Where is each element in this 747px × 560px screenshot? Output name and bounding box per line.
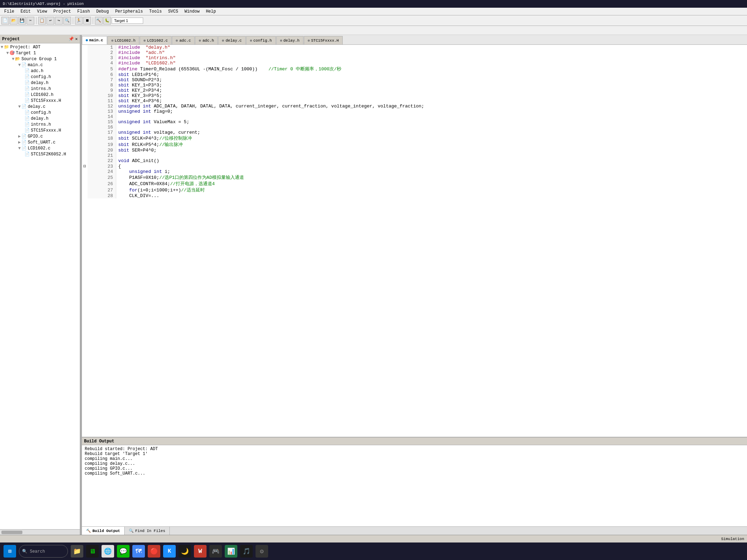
- toolbar-btn-4[interactable]: 📋: [38, 17, 46, 24]
- tree-lcd-stc-h[interactable]: 📄 STC15F2K60S2.H: [0, 151, 80, 157]
- line-content[interactable]: sbit KEY_2=P3^4;: [116, 88, 747, 93]
- line-content[interactable]: void ADC_init(): [116, 158, 747, 163]
- tree-delay-h[interactable]: 📄 delay.h: [0, 80, 80, 86]
- toolbar-btn-2[interactable]: 💾: [18, 17, 26, 24]
- toolbar-btn-5[interactable]: ↩: [47, 17, 54, 24]
- line-content[interactable]: for(i=0;i<1000;i++)//适当延时: [116, 187, 747, 193]
- build-tab-output[interactable]: 🔨 Build Output: [82, 527, 125, 535]
- taskbar-wps[interactable]: W: [194, 545, 207, 558]
- tab-delay-c[interactable]: delay.c: [218, 36, 245, 44]
- target-select[interactable]: [112, 18, 143, 24]
- tree-delay-delay-h[interactable]: 📄 delay.h: [0, 115, 80, 121]
- taskbar-start[interactable]: ⊞: [4, 545, 16, 558]
- line-content[interactable]: sbit KEY_3=P3^5;: [116, 93, 747, 98]
- line-content[interactable]: sbit LED1=P1^6;: [116, 72, 747, 77]
- toolbar-btn-6[interactable]: ↪: [55, 17, 63, 24]
- line-content[interactable]: sbit RCLK=P5^4;//输出脉冲: [116, 141, 747, 148]
- tree-lcd1602-h[interactable]: 📄 LCD1602.h: [0, 92, 80, 98]
- taskbar-red[interactable]: 🔴: [148, 545, 160, 558]
- tab-config-h[interactable]: config.h: [246, 36, 276, 44]
- line-content[interactable]: CLK_DIV=...: [116, 193, 747, 198]
- line-content[interactable]: unsigned int flag=0;: [116, 109, 747, 114]
- taskbar-file[interactable]: 📁: [71, 545, 83, 558]
- menu-item-peripherals[interactable]: Peripherals: [112, 8, 146, 15]
- toolbar-btn-0[interactable]: 📄: [1, 17, 9, 24]
- tab-stc-h[interactable]: STC15Fxxxx.H: [304, 36, 343, 44]
- line-content[interactable]: sbit SCLK=P4^3;//位移控制脉冲: [116, 135, 747, 141]
- line-content[interactable]: P1ASF=0X10;//选P1口的第四位作为AD模拟量输入通道: [116, 174, 747, 181]
- taskbar-game[interactable]: 🎮: [209, 545, 222, 558]
- menu-item-debug[interactable]: Debug: [93, 8, 112, 15]
- tab-adc-c[interactable]: adc.c: [172, 36, 195, 44]
- tab-main-c[interactable]: main.c: [82, 36, 107, 44]
- tree-delay-stc-h[interactable]: 📄 STC15Fxxxx.H: [0, 127, 80, 133]
- project-close-icon[interactable]: ✕: [75, 36, 78, 42]
- menu-item-svcs[interactable]: SVCS: [165, 8, 181, 15]
- tree-delay-config-h[interactable]: 📄 config.h: [0, 110, 80, 115]
- taskbar-music[interactable]: 🎵: [240, 545, 253, 558]
- taskbar-map[interactable]: 🗺: [132, 545, 145, 558]
- taskbar-search[interactable]: 🔍 Search: [19, 545, 68, 558]
- line-content[interactable]: ADC_CONTR=0X84;//打开电源，选通道4: [116, 181, 747, 187]
- project-pin-icon[interactable]: 📌: [69, 36, 74, 42]
- menu-item-window[interactable]: Window: [182, 8, 202, 15]
- line-content[interactable]: {: [116, 163, 747, 169]
- tree-delay-intrns-h[interactable]: 📄 intrns.h: [0, 121, 80, 127]
- tab-delay-h[interactable]: delay.h: [276, 36, 303, 44]
- toolbar-btn-3[interactable]: ✂: [27, 17, 34, 24]
- tree-root[interactable]: ▼ 📁 Project: ADT: [0, 44, 80, 50]
- menu-item-view[interactable]: View: [34, 8, 50, 15]
- taskbar-browser[interactable]: 🌐: [102, 545, 114, 558]
- menu-item-project[interactable]: Project: [50, 8, 74, 15]
- toolbar-btn-8[interactable]: 🏃: [75, 17, 83, 24]
- menu-item-file[interactable]: File: [1, 8, 17, 15]
- tree-intrns-h[interactable]: 📄 intrns.h: [0, 86, 80, 92]
- line-content[interactable]: unsigned int voltage, current;: [116, 130, 747, 135]
- toolbar-btn-7[interactable]: 🔍: [63, 17, 71, 24]
- tree-softuart-c[interactable]: ▶ 📄 Soft_UART.c: [0, 139, 80, 145]
- tree-lcd1602-c[interactable]: ▼ 📄 LCD1602.c: [0, 145, 80, 151]
- line-content[interactable]: #include "LCD1602.h": [116, 61, 747, 66]
- tab-lcd1602-c[interactable]: LCD1602.c: [140, 36, 172, 44]
- taskbar-excel[interactable]: 📊: [225, 545, 237, 558]
- toolbar-btn-11[interactable]: 🐛: [103, 17, 111, 24]
- tree-delay-c[interactable]: ▼ 📄 delay.c: [0, 104, 80, 110]
- taskbar-terminal[interactable]: 🖥: [86, 545, 99, 558]
- line-content[interactable]: sbit SER=P4^0;: [116, 148, 747, 153]
- tree-config-h[interactable]: 📄 config.h: [0, 74, 80, 80]
- line-content[interactable]: #include "intrins.h": [116, 55, 747, 61]
- build-output-content[interactable]: Rebuild started: Project: ADT Rebuild ta…: [82, 445, 747, 526]
- line-content[interactable]: [116, 114, 747, 119]
- build-tab-find[interactable]: 🔍 Find In Files: [125, 527, 170, 535]
- menu-item-tools[interactable]: Tools: [146, 8, 165, 15]
- taskbar-moon[interactable]: 🌙: [179, 545, 191, 558]
- project-scrollbar[interactable]: [0, 529, 80, 535]
- toolbar-btn-1[interactable]: 📂: [10, 17, 18, 24]
- toolbar-btn-10[interactable]: 🔨: [95, 17, 103, 24]
- tab-adc-h[interactable]: adc.h: [195, 36, 218, 44]
- tree-adc-h[interactable]: 📄 adc.h: [0, 68, 80, 74]
- line-content[interactable]: unsigned int ValueMax = 5;: [116, 119, 747, 125]
- line-content[interactable]: #include "delay.h": [116, 45, 747, 50]
- menu-item-help[interactable]: Help: [203, 8, 219, 15]
- tree-source-group[interactable]: ▼ 📂 Source Group 1: [0, 56, 80, 62]
- tree-stc-h[interactable]: 📄 STC15Fxxxx.H: [0, 98, 80, 104]
- tree-gpio-c[interactable]: ▶ 📄 GPIO.c: [0, 133, 80, 139]
- line-content[interactable]: unsigned int i;: [116, 169, 747, 174]
- tree-main-c[interactable]: ▼ 📄 main.c: [0, 62, 80, 68]
- menu-item-flash[interactable]: Flash: [75, 8, 93, 15]
- line-content[interactable]: [116, 153, 747, 158]
- line-content[interactable]: [116, 125, 747, 130]
- line-content[interactable]: sbit SOUND=P2^3;: [116, 77, 747, 83]
- code-editor[interactable]: 1 #include "delay.h" 2 #include "adc.h" …: [82, 45, 747, 437]
- line-content[interactable]: sbit KEY_4=P3^6;: [116, 98, 747, 104]
- line-content[interactable]: #include "adc.h": [116, 50, 747, 55]
- line-content[interactable]: #define TimerO_Reload (65536UL -(MAIN_Fo…: [116, 66, 747, 72]
- line-content[interactable]: sbit KEY_1=P3^3;: [116, 83, 747, 88]
- tree-target[interactable]: ▼ 🎯 Target 1: [0, 50, 80, 56]
- menu-item-edit[interactable]: Edit: [18, 8, 34, 15]
- taskbar-wechat[interactable]: 💬: [117, 545, 130, 558]
- taskbar-k[interactable]: K: [163, 545, 176, 558]
- taskbar-settings[interactable]: ⚙: [256, 545, 268, 558]
- line-content[interactable]: unsigned int ADC_DATA, DATAH, DATAL, DAT…: [116, 104, 747, 109]
